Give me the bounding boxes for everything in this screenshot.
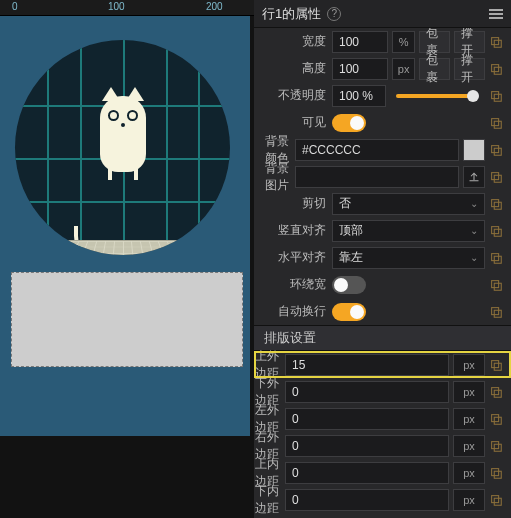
- prop-row-padding-top: 上内边距 px: [254, 459, 511, 486]
- padding-top-unit[interactable]: px: [453, 462, 485, 484]
- copy-icon[interactable]: [485, 354, 507, 376]
- canvas-area[interactable]: 0 100 200: [0, 0, 254, 518]
- svg-rect-23: [494, 363, 501, 370]
- svg-rect-11: [494, 175, 501, 182]
- svg-rect-28: [492, 441, 499, 448]
- padding-bottom-unit[interactable]: px: [453, 489, 485, 511]
- svg-rect-1: [494, 40, 501, 47]
- section-typeset[interactable]: 排版设置: [254, 325, 511, 351]
- svg-rect-33: [494, 498, 501, 505]
- margin-top-input[interactable]: [285, 354, 449, 376]
- svg-rect-30: [492, 468, 499, 475]
- prop-row-autowrap: 自动换行: [254, 298, 511, 325]
- svg-rect-10: [492, 172, 499, 179]
- chevron-down-icon: ⌄: [470, 225, 478, 236]
- svg-rect-19: [494, 283, 501, 290]
- prop-row-wrapwidth: 环绕宽: [254, 271, 511, 298]
- svg-rect-27: [494, 417, 501, 424]
- svg-rect-26: [492, 414, 499, 421]
- svg-rect-6: [492, 118, 499, 125]
- margin-left-input[interactable]: [285, 408, 449, 430]
- svg-rect-0: [492, 37, 499, 44]
- svg-rect-18: [492, 280, 499, 287]
- wrapwidth-toggle[interactable]: [332, 276, 366, 294]
- margin-top-unit[interactable]: px: [453, 354, 485, 376]
- copy-icon[interactable]: [485, 489, 507, 511]
- opacity-slider[interactable]: [396, 94, 479, 98]
- valign-select[interactable]: 顶部⌄: [332, 220, 485, 242]
- width-wrap-button[interactable]: 包裹: [419, 31, 450, 53]
- copy-icon[interactable]: [485, 31, 507, 53]
- visible-toggle[interactable]: [332, 114, 366, 132]
- width-unit[interactable]: %: [392, 31, 415, 53]
- copy-icon[interactable]: [485, 220, 507, 242]
- copy-icon[interactable]: [485, 462, 507, 484]
- height-expand-button[interactable]: 撑开: [454, 58, 485, 80]
- upload-icon[interactable]: [463, 166, 485, 188]
- clip-select[interactable]: 否⌄: [332, 193, 485, 215]
- svg-rect-3: [494, 67, 501, 74]
- copy-icon[interactable]: [485, 274, 507, 296]
- panel-title: 行1的属性: [262, 5, 321, 23]
- halign-select[interactable]: 靠左⌄: [332, 247, 485, 269]
- margin-right-unit[interactable]: px: [453, 435, 485, 457]
- copy-icon[interactable]: [485, 301, 507, 323]
- copy-icon[interactable]: [485, 193, 507, 215]
- padding-top-input[interactable]: [285, 462, 449, 484]
- bgcolor-swatch[interactable]: [463, 139, 485, 161]
- svg-rect-29: [494, 444, 501, 451]
- svg-rect-12: [492, 199, 499, 206]
- copy-icon[interactable]: [485, 139, 507, 161]
- svg-rect-2: [492, 64, 499, 71]
- svg-rect-15: [494, 229, 501, 236]
- help-icon[interactable]: ?: [327, 7, 341, 21]
- svg-rect-21: [494, 310, 501, 317]
- width-input[interactable]: [332, 31, 388, 53]
- copy-icon[interactable]: [485, 247, 507, 269]
- prop-row-opacity: 不透明度: [254, 82, 511, 109]
- prop-row-halign: 水平对齐 靠左⌄: [254, 244, 511, 271]
- svg-rect-14: [492, 226, 499, 233]
- copy-icon[interactable]: [485, 85, 507, 107]
- margin-bottom-unit[interactable]: px: [453, 381, 485, 403]
- svg-rect-4: [492, 91, 499, 98]
- canvas-stage[interactable]: [0, 16, 250, 436]
- autowrap-toggle[interactable]: [332, 303, 366, 321]
- height-unit[interactable]: px: [392, 58, 415, 80]
- cat-illustration: [100, 96, 146, 172]
- svg-rect-13: [494, 202, 501, 209]
- height-input[interactable]: [332, 58, 388, 80]
- padding-bottom-input[interactable]: [285, 489, 449, 511]
- svg-rect-25: [494, 390, 501, 397]
- svg-rect-16: [492, 253, 499, 260]
- menu-icon[interactable]: [489, 9, 503, 19]
- bgimage-input[interactable]: [295, 166, 459, 188]
- prop-row-height: 高度 px 包裹 撑开: [254, 55, 511, 82]
- ruler-horizontal: 0 100 200: [0, 0, 254, 16]
- panel-header: 行1的属性 ?: [254, 0, 511, 28]
- row-image-element[interactable]: [15, 40, 230, 255]
- opacity-input[interactable]: [332, 85, 386, 107]
- prop-row-clip: 剪切 否⌄: [254, 190, 511, 217]
- copy-icon[interactable]: [485, 112, 507, 134]
- svg-rect-32: [492, 495, 499, 502]
- copy-icon[interactable]: [485, 166, 507, 188]
- svg-rect-8: [492, 145, 499, 152]
- prop-row-margin-bottom: 下外边距 px: [254, 378, 511, 405]
- chevron-down-icon: ⌄: [470, 198, 478, 209]
- property-panel: 行1的属性 ? 宽度 % 包裹 撑开 高度: [254, 0, 511, 518]
- copy-icon[interactable]: [485, 58, 507, 80]
- margin-left-unit[interactable]: px: [453, 408, 485, 430]
- copy-icon[interactable]: [485, 408, 507, 430]
- copy-icon[interactable]: [485, 435, 507, 457]
- margin-right-input[interactable]: [285, 435, 449, 457]
- margin-bottom-input[interactable]: [285, 381, 449, 403]
- selected-row-placeholder[interactable]: [11, 272, 243, 367]
- prop-row-padding-bottom: 下内边距 px: [254, 486, 511, 513]
- svg-rect-7: [494, 121, 501, 128]
- height-wrap-button[interactable]: 包裹: [419, 58, 450, 80]
- width-expand-button[interactable]: 撑开: [454, 31, 485, 53]
- svg-rect-5: [494, 94, 501, 101]
- copy-icon[interactable]: [485, 381, 507, 403]
- bgcolor-input[interactable]: [295, 139, 459, 161]
